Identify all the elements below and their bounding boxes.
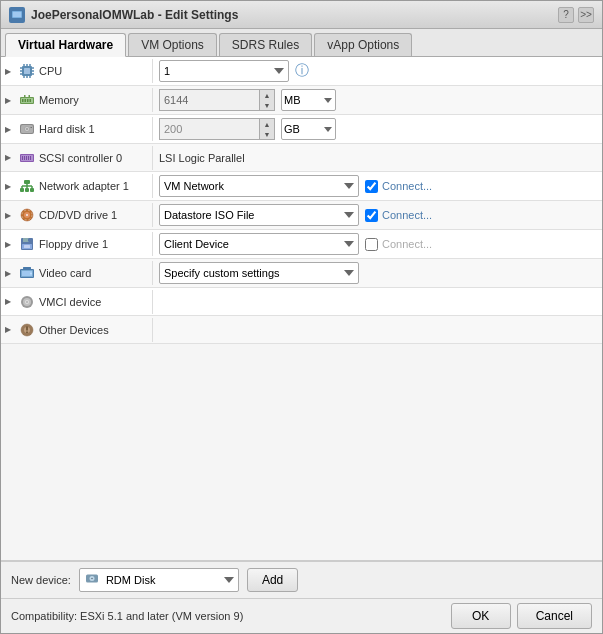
scsi-expand-arrow[interactable]: ▶ <box>5 153 15 162</box>
table-row: ▶ Memory <box>1 86 602 115</box>
svg-rect-66 <box>26 326 28 330</box>
floppy-label: Floppy drive 1 <box>39 238 108 250</box>
vmci-expand-arrow[interactable]: ▶ <box>5 297 15 306</box>
hard-disk-expand-arrow[interactable]: ▶ <box>5 125 15 134</box>
ok-button[interactable]: OK <box>451 603 511 629</box>
svg-rect-33 <box>24 156 25 160</box>
new-device-select[interactable]: RDM Disk Hard Disk CD/DVD Drive Floppy D… <box>79 568 239 592</box>
scsi-label-cell: ▶ SCSI controller 0 <box>1 146 153 170</box>
tab-sdrs-rules[interactable]: SDRS Rules <box>219 33 312 56</box>
cancel-button[interactable]: Cancel <box>517 603 592 629</box>
other-devices-expand-arrow[interactable]: ▶ <box>5 325 15 334</box>
table-row: ▶ <box>1 57 602 86</box>
more-button[interactable]: >> <box>578 7 594 23</box>
network-expand-arrow[interactable]: ▶ <box>5 182 15 191</box>
hard-disk-unit-select[interactable]: GBMB <box>281 118 336 140</box>
cd-select[interactable]: Datastore ISO File Client Device Host De… <box>159 204 359 226</box>
floppy-icon <box>19 236 35 252</box>
network-label: Network adapter 1 <box>39 180 129 192</box>
compat-bar: Compatibility: ESXi 5.1 and later (VM ve… <box>1 598 602 633</box>
table-row: ▶ VMCI device <box>1 288 602 316</box>
cpu-info-icon[interactable]: ⓘ <box>295 62 309 80</box>
cpu-label: CPU <box>39 65 62 77</box>
svg-rect-54 <box>24 245 30 248</box>
svg-rect-19 <box>22 99 24 102</box>
table-row: ▶ Video card Specify custo <box>1 259 602 288</box>
floppy-select[interactable]: Client Device Host Device <box>159 233 359 255</box>
dialog-icon <box>9 7 25 23</box>
svg-rect-67 <box>26 331 28 333</box>
cd-dvd-icon <box>19 207 35 223</box>
network-value-cell: VM Network Connect... <box>153 172 602 200</box>
network-select[interactable]: VM Network <box>159 175 359 197</box>
network-connect-checkbox[interactable] <box>365 180 378 193</box>
hard-disk-spinner: ▲ ▼ <box>159 118 275 140</box>
svg-rect-52 <box>28 239 29 242</box>
memory-expand-arrow[interactable]: ▶ <box>5 96 15 105</box>
table-row: ▶ SCSI controller 0 <box>1 144 602 172</box>
hard-disk-icon <box>19 121 35 137</box>
memory-spinner: ▲ ▼ <box>159 89 275 111</box>
cd-connect-group: Connect... <box>365 209 432 222</box>
video-value-cell: Specify custom settings Auto-detect sett… <box>153 259 602 287</box>
tab-vapp-options[interactable]: vApp Options <box>314 33 412 56</box>
vmci-label: VMCI device <box>39 296 101 308</box>
video-expand-arrow[interactable]: ▶ <box>5 269 15 278</box>
memory-unit-select[interactable]: MBGB <box>281 89 336 111</box>
hardware-table: ▶ <box>1 57 602 561</box>
floppy-value-cell: Client Device Host Device Connect... <box>153 230 602 258</box>
memory-decrement[interactable]: ▼ <box>260 100 274 110</box>
cpu-expand-arrow[interactable]: ▶ <box>5 67 15 76</box>
svg-rect-39 <box>25 188 29 192</box>
memory-increment[interactable]: ▲ <box>260 90 274 100</box>
help-button[interactable]: ? <box>558 7 574 23</box>
hard-disk-increment[interactable]: ▲ <box>260 119 274 129</box>
hard-disk-decrement[interactable]: ▼ <box>260 129 274 139</box>
cd-connect-label[interactable]: Connect... <box>382 209 432 221</box>
cpu-select[interactable]: 1248 <box>159 60 289 82</box>
video-select[interactable]: Specify custom settings Auto-detect sett… <box>159 262 359 284</box>
svg-point-63 <box>26 301 28 303</box>
svg-rect-24 <box>29 95 31 97</box>
network-connect-group: Connect... <box>365 180 432 193</box>
floppy-connect-checkbox[interactable] <box>365 238 378 251</box>
svg-rect-22 <box>30 99 32 102</box>
svg-point-59 <box>30 273 32 275</box>
svg-rect-21 <box>27 99 29 102</box>
cd-connect-checkbox[interactable] <box>365 209 378 222</box>
svg-rect-58 <box>23 267 31 269</box>
video-label: Video card <box>39 267 91 279</box>
floppy-expand-arrow[interactable]: ▶ <box>5 240 15 249</box>
network-connect-label[interactable]: Connect... <box>382 180 432 192</box>
tabs-bar: Virtual Hardware VM Options SDRS Rules v… <box>1 29 602 57</box>
tab-virtual-hardware[interactable]: Virtual Hardware <box>5 33 126 57</box>
video-label-cell: ▶ Video card <box>1 261 153 285</box>
svg-rect-40 <box>30 188 34 192</box>
memory-label-cell: ▶ Memory <box>1 88 153 112</box>
add-button[interactable]: Add <box>247 568 298 592</box>
hard-disk-input[interactable] <box>159 118 259 140</box>
cpu-icon <box>19 63 35 79</box>
svg-rect-32 <box>22 156 23 160</box>
table-row: ▶ Netwo <box>1 172 602 201</box>
scsi-icon <box>19 150 35 166</box>
content-area: ▶ <box>1 57 602 633</box>
cd-label-cell: ▶ CD/DVD drive 1 <box>1 203 153 227</box>
cd-value-cell: Datastore ISO File Client Device Host De… <box>153 201 602 229</box>
svg-rect-2 <box>13 12 21 17</box>
svg-rect-34 <box>26 156 27 160</box>
new-device-bar: New device: RDM Disk Hard Disk CD/DVD Dr… <box>1 561 602 598</box>
tab-vm-options[interactable]: VM Options <box>128 33 217 56</box>
memory-input[interactable] <box>159 89 259 111</box>
action-buttons: OK Cancel <box>451 603 592 629</box>
cpu-label-cell: ▶ <box>1 59 153 83</box>
cd-expand-arrow[interactable]: ▶ <box>5 211 15 220</box>
memory-spinner-buttons: ▲ ▼ <box>259 89 275 111</box>
memory-value-cell: ▲ ▼ MBGB <box>153 86 602 114</box>
table-row: ▶ CD/DVD drive 1 Datastore ISO File <box>1 201 602 230</box>
title-bar: JoePersonalOMWLab - Edit Settings ? >> <box>1 1 602 29</box>
cd-label: CD/DVD drive 1 <box>39 209 117 221</box>
table-row: ▶ Hard disk 1 <box>1 115 602 144</box>
table-row: ▶ Other Devices <box>1 316 602 344</box>
hard-disk-label-cell: ▶ Hard disk 1 <box>1 117 153 141</box>
